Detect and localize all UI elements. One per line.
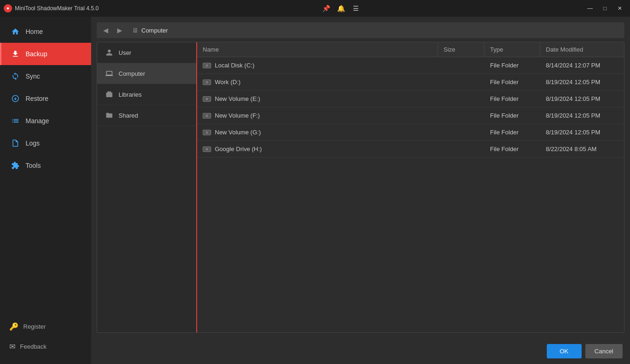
titlebar-extras: 📌 🔔 ☰ [321,3,362,14]
computer-path-icon: 🖥 [132,26,139,34]
table-row[interactable]: ≡ Work (D:) File Folder 8/19/2024 12:05 … [197,74,624,91]
sidebar-item-tools[interactable]: Tools [0,154,91,177]
file-date-cell: 8/19/2024 12:05 PM [540,124,624,140]
file-size-cell [438,57,484,73]
logs-icon [11,139,20,148]
sidebar-item-manage[interactable]: Manage [0,110,91,132]
app-title: MiniTool ShadowMaker Trial 4.5.0 [15,5,99,12]
pin-icon[interactable]: 📌 [321,3,332,14]
table-row[interactable]: ≡ Local Disk (C:) File Folder 8/14/2024 … [197,57,624,74]
file-browser: ◀ ▶ 🖥 Computer User [91,17,630,338]
close-button[interactable]: ✕ [613,3,626,13]
table-row[interactable]: ≡ New Volume (G:) File Folder 8/19/2024 … [197,124,624,141]
sidebar: Home Backup Sync Restore Manage [0,17,91,364]
user-icon [105,49,114,56]
tree-item-computer[interactable]: Computer [97,63,196,84]
file-list-header: Name Size Type Date Modified [197,42,624,57]
sidebar-label-logs: Logs [26,139,40,147]
browser-main: User Computer Libraries [97,42,624,333]
col-header-type: Type [484,42,540,57]
table-row[interactable]: ≡ New Volume (E:) File Folder 8/19/2024 … [197,91,624,107]
tree-label-user: User [119,49,131,56]
drive-icon: ≡ [203,113,211,119]
register-icon: 🔑 [9,322,19,331]
computer-icon [105,70,114,77]
tree-label-libraries: Libraries [119,91,142,98]
sidebar-item-feedback[interactable]: ✉ Feedback [0,337,91,357]
file-date-cell: 8/22/2024 8:05 AM [540,141,624,157]
sidebar-label-tools: Tools [26,162,41,169]
sidebar-item-restore[interactable]: Restore [0,87,91,110]
app-logo [4,4,12,13]
file-name-cell: ≡ Local Disk (C:) [197,57,438,73]
bell-icon[interactable]: 🔔 [336,3,347,14]
file-date-cell: 8/14/2024 12:07 PM [540,57,624,73]
tree-label-shared: Shared [119,112,138,119]
window-controls: — □ ✕ [584,3,626,13]
col-header-name: Name [197,42,438,57]
tree-label-computer: Computer [119,70,145,77]
backup-icon [11,49,20,59]
table-row[interactable]: ≡ New Volume (F:) File Folder 8/19/2024 … [197,107,624,124]
minimize-button[interactable]: — [584,3,597,13]
file-name-cell: ≡ Google Drive (H:) [197,141,438,157]
sidebar-label-restore: Restore [26,95,48,102]
restore-icon [11,94,20,103]
feedback-label: Feedback [20,343,46,350]
file-type-cell: File Folder [484,57,540,73]
forward-button[interactable]: ▶ [114,25,125,35]
feedback-icon: ✉ [9,342,15,351]
file-size-cell [438,91,484,107]
sidebar-label-manage: Manage [26,117,49,125]
drive-icon: ≡ [203,63,211,68]
table-row[interactable]: ≡ Google Drive (H:) File Folder 8/22/202… [197,141,624,158]
browser-toolbar: ◀ ▶ 🖥 Computer [97,22,624,38]
content-area: ◀ ▶ 🖥 Computer User [91,17,630,364]
col-header-date: Date Modified [540,42,624,57]
tree-item-libraries[interactable]: Libraries [97,84,196,105]
file-type-cell: File Folder [484,74,540,90]
file-type-cell: File Folder [484,91,540,107]
sidebar-label-sync: Sync [26,73,40,80]
path-computer[interactable]: 🖥 Computer [128,25,172,35]
sidebar-label-backup: Backup [26,50,47,58]
menu-icon[interactable]: ☰ [351,3,362,14]
path-label: Computer [141,27,168,34]
manage-icon [11,116,20,126]
sidebar-item-logs[interactable]: Logs [0,132,91,154]
cancel-button[interactable]: Cancel [585,344,623,358]
ok-button[interactable]: OK [547,344,582,358]
drive-icon: ≡ [203,146,211,152]
file-name-cell: ≡ Work (D:) [197,74,438,90]
file-date-cell: 8/19/2024 12:05 PM [540,91,624,107]
sidebar-item-home[interactable]: Home [0,20,91,43]
bottom-bar: OK Cancel [91,338,630,364]
file-size-cell [438,74,484,90]
file-type-cell: File Folder [484,141,540,157]
file-size-cell [438,141,484,157]
register-label: Register [23,323,46,330]
file-type-cell: File Folder [484,107,540,124]
sidebar-bottom: 🔑 Register ✉ Feedback [0,317,91,364]
col-header-size: Size [438,42,484,57]
titlebar-left: MiniTool ShadowMaker Trial 4.5.0 [4,4,99,13]
tree-item-shared[interactable]: Shared [97,105,196,126]
tree-item-user[interactable]: User [97,42,196,63]
file-name-cell: ≡ New Volume (F:) [197,107,438,124]
file-type-cell: File Folder [484,124,540,140]
maximize-button[interactable]: □ [598,3,611,13]
drive-icon: ≡ [203,96,211,102]
drive-icon: ≡ [203,79,211,85]
libraries-icon [105,91,114,98]
file-rows-container: ≡ Local Disk (C:) File Folder 8/14/2024 … [197,57,624,158]
home-icon [11,27,20,36]
drive-icon: ≡ [203,130,211,135]
file-name-cell: ≡ New Volume (G:) [197,124,438,140]
sidebar-item-backup[interactable]: Backup [0,43,91,65]
sidebar-item-register[interactable]: 🔑 Register [0,317,91,337]
file-name-cell: ≡ New Volume (E:) [197,91,438,107]
back-button[interactable]: ◀ [100,25,111,35]
tree-panel: User Computer Libraries [97,42,197,332]
sidebar-item-sync[interactable]: Sync [0,65,91,87]
tools-icon [11,161,20,170]
